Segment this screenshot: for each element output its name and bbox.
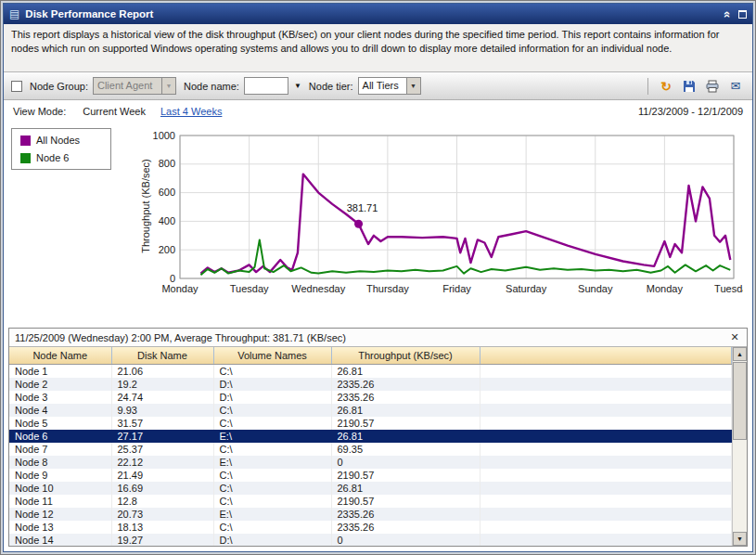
node-tier-select[interactable]: All Tiers ▼: [358, 77, 421, 95]
column-header[interactable]: Node Name: [9, 347, 111, 364]
table-cell-filler: [480, 378, 732, 391]
node-group-checkbox[interactable]: [11, 81, 22, 92]
node-group-value: Client Agent: [94, 78, 161, 94]
save-button[interactable]: [680, 77, 698, 96]
toolbar-separator: [647, 78, 648, 95]
collapse-icon[interactable]: «: [722, 10, 734, 17]
view-last-4-weeks-link[interactable]: Last 4 Weeks: [160, 106, 222, 117]
y-tick-label: 0: [170, 273, 175, 284]
table-row[interactable]: Node 1016.69C:\26.81: [9, 482, 732, 495]
table-row[interactable]: Node 531.57C:\2190.57: [9, 417, 732, 430]
table-row[interactable]: Node 219.2D:\2335.26: [9, 378, 732, 391]
node-name-label: Node name:: [184, 81, 239, 92]
table-cell-filler: [480, 364, 732, 378]
chevron-down-icon: ▼: [161, 78, 175, 94]
table-cell: E:\: [213, 430, 331, 443]
x-tick-label: Thursday: [366, 283, 409, 294]
table-row[interactable]: Node 627.17E:\26.81: [9, 430, 732, 443]
report-icon: ▤: [9, 8, 19, 19]
table-scrollbar[interactable]: ▲ ▼: [732, 347, 747, 546]
refresh-button[interactable]: ↻: [657, 77, 675, 96]
table-cell: 22.12: [111, 456, 213, 469]
column-header-filler: [480, 347, 732, 364]
y-tick-label: 800: [159, 158, 175, 169]
table-cell: Node 13: [9, 521, 111, 534]
table-row[interactable]: Node 324.74D:\2335.26: [9, 391, 732, 404]
x-tick-label: Sunday: [578, 283, 613, 294]
table-cell: C:\: [213, 443, 331, 456]
table-cell: 24.74: [111, 391, 213, 404]
drilldown-panel: 11/25/2009 (Wednesday) 2:00 PM, Average …: [8, 328, 748, 547]
x-tick-label: Saturday: [506, 283, 547, 294]
column-header[interactable]: Throughput (KB/sec): [331, 347, 480, 364]
table-cell: 2190.57: [331, 495, 480, 508]
table-cell: 21.49: [111, 469, 213, 482]
annotation-dot[interactable]: [354, 220, 363, 228]
table-cell-filler: [480, 495, 732, 508]
close-icon[interactable]: ✕: [728, 331, 741, 343]
table-cell: C:\: [213, 521, 331, 534]
table-cell: C:\: [213, 495, 331, 508]
table-row[interactable]: Node 725.37C:\69.35: [9, 443, 732, 456]
email-button[interactable]: ✉: [726, 77, 745, 96]
table-cell: 69.35: [331, 443, 480, 456]
table-cell: Node 10: [9, 482, 111, 495]
table-cell-filler: [480, 534, 732, 547]
table-cell: Node 6: [9, 430, 111, 443]
email-icon: ✉: [731, 80, 741, 92]
table-cell-filler: [480, 521, 732, 534]
table-row[interactable]: Node 1112.8C:\2190.57: [9, 495, 732, 508]
table-cell-filler: [480, 404, 732, 417]
refresh-icon: ↻: [660, 80, 672, 93]
table-cell: D:\: [213, 534, 331, 547]
title-bar: ▤ Disk Performance Report «: [4, 4, 752, 24]
table-row[interactable]: Node 1220.73E:\2335.26: [9, 508, 732, 521]
legend-item: Node 6: [20, 152, 102, 163]
table-cell: 26.81: [331, 430, 480, 443]
node-table: Node NameDisk NameVolume NamesThroughput…: [9, 347, 732, 546]
scroll-up-icon[interactable]: ▲: [733, 347, 747, 361]
column-header[interactable]: Disk Name: [111, 347, 213, 364]
view-current-week[interactable]: Current Week: [83, 106, 146, 117]
table-row[interactable]: Node 121.06C:\26.81: [9, 364, 732, 378]
table-row[interactable]: Node 1419.27D:\0: [9, 534, 732, 547]
table-cell: 0: [331, 456, 480, 469]
table-cell: 19.27: [111, 534, 213, 547]
date-range: 11/23/2009 - 12/1/2009: [638, 106, 743, 117]
node-name-input[interactable]: [244, 77, 288, 95]
report-description: This report displays a historical view o…: [4, 24, 752, 72]
table-cell: 0: [331, 534, 480, 547]
table-cell: 21.06: [111, 364, 213, 378]
table-row[interactable]: Node 921.49C:\2190.57: [9, 469, 732, 482]
table-cell: C:\: [213, 364, 331, 378]
table-cell: Node 11: [9, 495, 111, 508]
y-tick-label: 1000: [153, 130, 175, 141]
table-cell: 2335.26: [331, 391, 480, 404]
x-tick-label: Tuesday: [714, 283, 743, 294]
save-icon: [683, 80, 696, 93]
legend-item: All Nodes: [20, 135, 102, 146]
table-cell-filler: [480, 391, 732, 404]
legend-swatch: [20, 153, 31, 163]
table-cell: 2335.26: [331, 508, 480, 521]
node-group-select[interactable]: Client Agent ▼: [93, 77, 176, 95]
print-button[interactable]: [703, 77, 722, 96]
scroll-thumb[interactable]: [733, 362, 747, 440]
maximize-icon[interactable]: [738, 10, 747, 19]
scroll-down-icon[interactable]: ▼: [733, 532, 747, 546]
node-name-dropdown-icon[interactable]: ▼: [294, 82, 301, 90]
table-row[interactable]: Node 822.12E:\0: [9, 456, 732, 469]
x-tick-label: Friday: [442, 283, 471, 294]
table-cell: 2190.57: [331, 469, 480, 482]
table-cell: D:\: [213, 378, 331, 391]
table-row[interactable]: Node 49.93C:\26.81: [9, 404, 732, 417]
throughput-chart[interactable]: 02004006008001000MondayTuesdayWednesdayT…: [138, 124, 743, 310]
legend-label: Node 6: [36, 152, 69, 163]
drilldown-title: 11/25/2009 (Wednesday) 2:00 PM, Average …: [15, 332, 346, 343]
column-header[interactable]: Volume Names: [213, 347, 331, 364]
title-bar-controls: «: [724, 8, 747, 20]
table-cell: D:\: [213, 391, 331, 404]
series-node-6: [200, 239, 730, 275]
table-row[interactable]: Node 1318.13C:\2335.26: [9, 521, 732, 534]
table-cell: Node 1: [9, 364, 111, 378]
